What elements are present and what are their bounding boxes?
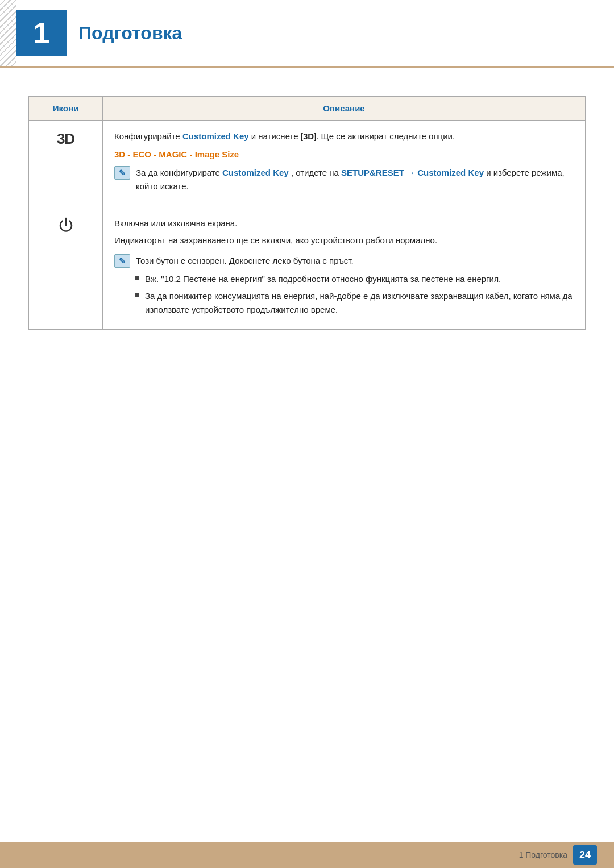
page-header: 1 Подготовка <box>0 0 614 68</box>
footer-text: 1 Подготовка <box>519 850 567 859</box>
desc-cell-power: Включва или изключва екрана. Индикаторът… <box>103 207 586 330</box>
3d-icon: 3D <box>57 130 74 147</box>
icons-table: Икони Описание 3D Конфигурирайте Customi… <box>28 96 586 330</box>
customized-key-highlight-2: Customized Key <box>222 168 289 177</box>
table-row: 3D Конфигурирайте Customized Key и натис… <box>29 121 586 207</box>
info-row-1: За да конфигурирате Customized Key , оти… <box>114 166 574 193</box>
bullet-dot-icon <box>135 293 139 297</box>
desc-text-1: Конфигурирайте Customized Key и натиснет… <box>114 130 574 143</box>
setup-reset-highlight: SETUP&RESET <box>341 168 404 177</box>
chapter-title: Подготовка <box>78 23 182 44</box>
power-desc-1: Включва или изключва екрана. <box>114 217 574 230</box>
power-bullet-1: Този бутон е сензорен. Докоснете леко бу… <box>136 254 354 268</box>
header-stripe-decoration <box>0 0 16 66</box>
customized-key-highlight-3: Customized Key <box>417 168 484 177</box>
table-row: Включва или изключва екрана. Индикаторът… <box>29 207 586 330</box>
chapter-number: 1 <box>16 10 67 56</box>
power-icon <box>57 217 75 235</box>
customized-key-highlight-1: Customized Key <box>182 131 249 141</box>
col-header-desc: Описание <box>103 97 586 121</box>
power-bullet-3-item: За да понижитер консумацията на енергия,… <box>135 289 574 317</box>
power-bullet-2-item: Вж. "10.2 Пестене на енергия" за подробн… <box>135 272 574 286</box>
info-icon-1 <box>114 166 130 180</box>
info-row-2: Този бутон е сензорен. Докоснете леко бу… <box>114 254 574 268</box>
page-footer: 1 Подготовка 24 <box>0 842 614 868</box>
info-icon-2 <box>114 254 130 268</box>
info-text-1: За да конфигурирате Customized Key , оти… <box>136 166 574 193</box>
main-content: Икони Описание 3D Конфигурирайте Customi… <box>0 68 614 352</box>
bullet-dot-icon <box>135 276 139 280</box>
power-bullet-3-text: За да понижитер консумацията на енергия,… <box>145 289 574 317</box>
icon-cell-power <box>29 207 103 330</box>
page-number: 24 <box>573 845 597 865</box>
power-desc-2: Индикаторът на захранването ще се включи… <box>114 234 574 247</box>
col-header-icons: Икони <box>29 97 103 121</box>
power-bullets: Вж. "10.2 Пестене на енергия" за подробн… <box>135 272 574 317</box>
desc-cell-3d: Конфигурирайте Customized Key и натиснет… <box>103 121 586 207</box>
icon-cell-3d: 3D <box>29 121 103 207</box>
power-bullet-2-text: Вж. "10.2 Пестене на енергия" за подробн… <box>145 272 501 286</box>
options-heading: 3D - ECO - MAGIC - Image Size <box>114 148 574 161</box>
